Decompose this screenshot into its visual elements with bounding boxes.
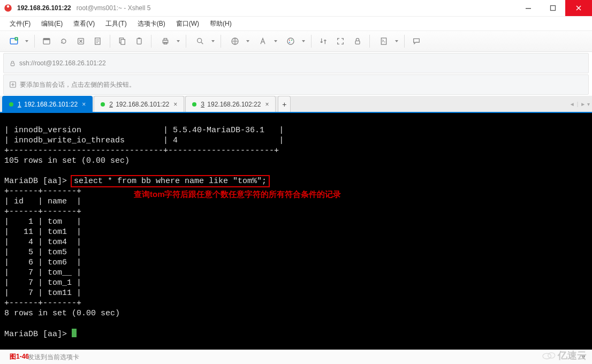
- svg-rect-24: [381, 38, 386, 44]
- window-title-sub: root@vms001:~ - Xshell 5: [77, 4, 151, 12]
- menu-tools[interactable]: 工具(T): [101, 17, 131, 31]
- sessions-button[interactable]: [39, 34, 54, 49]
- svg-rect-11: [121, 40, 125, 44]
- menu-window[interactable]: 窗口(W): [172, 17, 203, 31]
- session-tab[interactable]: 3 192.168.26.102:22×: [185, 96, 276, 112]
- minimize-button[interactable]: [516, 0, 541, 16]
- separator: [369, 35, 370, 48]
- encoding-button[interactable]: [225, 34, 251, 49]
- separator: [151, 35, 151, 48]
- status-dot-icon: [192, 102, 196, 107]
- hint-bar: 要添加当前会话，点击左侧的箭头按钮。: [3, 74, 589, 95]
- svg-rect-13: [138, 37, 140, 39]
- lock-button[interactable]: [350, 34, 365, 49]
- font-button[interactable]: [253, 34, 279, 49]
- db-prompt: MariaDB [aa]>: [4, 330, 67, 339]
- close-tab-icon[interactable]: ×: [82, 101, 86, 108]
- send-target-dropdown[interactable]: ▼: [580, 353, 587, 361]
- app-icon: [3, 3, 13, 13]
- svg-rect-3: [551, 6, 556, 11]
- separator: [311, 35, 312, 48]
- close-tab-icon[interactable]: ×: [265, 101, 269, 108]
- session-tab[interactable]: 2 192.168.26.101:22×: [94, 96, 184, 112]
- svg-point-21: [291, 40, 292, 41]
- menu-view[interactable]: 查看(V): [69, 17, 99, 31]
- toolbar: [0, 31, 592, 52]
- send-command-bar[interactable]: 图1-46 图1-46 发送到当前选项卡 ▼: [0, 350, 592, 364]
- hint-text: 要添加当前会话，点击左侧的箭头按钮。: [20, 80, 135, 89]
- svg-point-17: [198, 39, 202, 43]
- properties-button[interactable]: [90, 34, 105, 49]
- new-tab-button[interactable]: +: [278, 96, 291, 112]
- svg-rect-2: [526, 8, 531, 9]
- address-text: ssh://root@192.168.26.101:22: [19, 59, 106, 67]
- result-rows: | 1 | tom | | 11 | tom1 | | 4 | tom4 | |…: [4, 217, 588, 298]
- paste-button[interactable]: [132, 34, 147, 49]
- menu-tab[interactable]: 选项卡(B): [133, 17, 170, 31]
- separator: [110, 35, 110, 48]
- cursor-block: [72, 329, 77, 337]
- tab-nav-arrows[interactable]: ◄ | ► ▾: [570, 96, 590, 112]
- separator: [404, 35, 405, 48]
- send-placeholder: 发送到当前选项卡: [28, 353, 79, 362]
- script-button[interactable]: [374, 34, 400, 49]
- close-tab-icon[interactable]: ×: [173, 101, 177, 108]
- db-prompt: MariaDB [aa]>: [4, 177, 67, 186]
- terminal[interactable]: | innodb_version | 5.5.40-MariaDB-36.1 |…: [0, 113, 592, 350]
- add-session-hint-icon[interactable]: [9, 81, 17, 88]
- new-session-button[interactable]: [4, 34, 30, 49]
- lock-icon: [9, 60, 16, 67]
- svg-rect-23: [355, 41, 360, 44]
- reconnect-button[interactable]: [56, 34, 71, 49]
- titlebar: 192.168.26.101:22 root@vms001:~ - Xshell…: [0, 0, 592, 17]
- svg-point-20: [289, 40, 290, 41]
- close-button[interactable]: [565, 0, 592, 16]
- chat-button[interactable]: [409, 34, 424, 49]
- separator: [186, 35, 186, 48]
- menu-edit[interactable]: 编辑(E): [37, 17, 67, 31]
- separator: [34, 35, 35, 48]
- colors-button[interactable]: [281, 34, 307, 49]
- rows-summary-top: 105 rows in set (0.00 sec): [4, 156, 130, 165]
- svg-rect-25: [11, 63, 14, 65]
- maximize-button[interactable]: [541, 0, 565, 16]
- svg-rect-12: [137, 39, 141, 44]
- status-dot-icon: [101, 102, 105, 107]
- tabbar: 1 192.168.26.101:22×2 192.168.26.101:22×…: [0, 96, 592, 113]
- address-bar[interactable]: ssh://root@192.168.26.101:22: [3, 53, 589, 73]
- session-tab[interactable]: 1 192.168.26.101:22×: [2, 96, 93, 112]
- menu-file[interactable]: 文件(F): [5, 17, 35, 31]
- svg-rect-15: [164, 39, 166, 40]
- svg-point-1: [7, 5, 10, 8]
- svg-point-22: [289, 42, 290, 43]
- menubar: 文件(F) 编辑(E) 查看(V) 工具(T) 选项卡(B) 窗口(W) 帮助(…: [0, 17, 592, 31]
- print-button[interactable]: [156, 34, 181, 49]
- highlighted-query: select * from bb where name like "tom%";: [72, 176, 269, 186]
- disconnect-button[interactable]: [73, 34, 88, 49]
- transfer-button[interactable]: [316, 34, 331, 49]
- window-title-main: 192.168.26.101:22: [17, 4, 71, 12]
- annotation-text: 查询tom字符后跟任意个数任意字符的所有符合条件的记录: [134, 189, 341, 199]
- menu-help[interactable]: 帮助(H): [206, 17, 236, 31]
- fullscreen-button[interactable]: [333, 34, 348, 49]
- copy-button[interactable]: [115, 34, 130, 49]
- figure-label: 图1-46: [10, 352, 29, 361]
- separator: [221, 35, 221, 48]
- status-dot-icon: [9, 102, 13, 107]
- svg-point-19: [287, 38, 294, 44]
- find-button[interactable]: [191, 34, 216, 49]
- rows-summary-bottom: 8 rows in set (0.00 sec): [4, 309, 120, 318]
- svg-rect-7: [43, 39, 50, 40]
